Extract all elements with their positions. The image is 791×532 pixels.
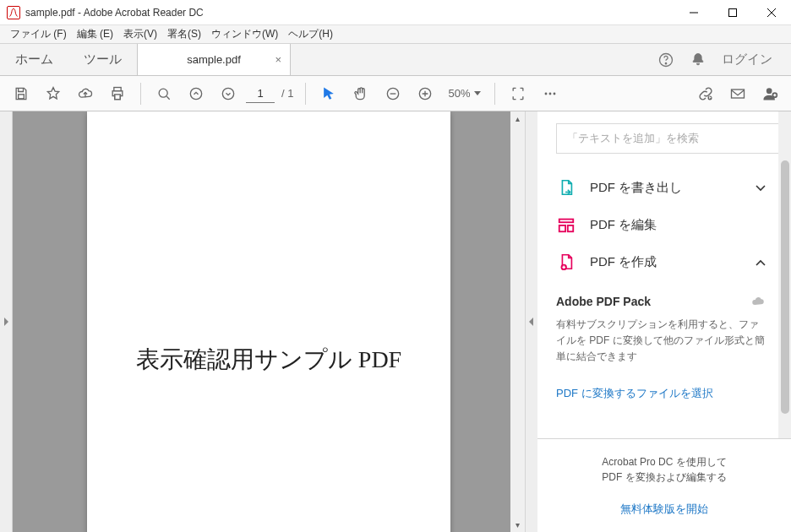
tab-document-label: sample.pdf	[187, 53, 241, 66]
toolbar-email[interactable]	[723, 79, 752, 108]
toolbar-page-down[interactable]	[214, 79, 243, 108]
svg-rect-3	[19, 94, 25, 98]
svg-rect-18	[559, 220, 574, 223]
search-placeholder: 「テキストを追加」を検索	[567, 131, 699, 146]
help-icon[interactable]	[657, 52, 674, 68]
toolbar-page-up[interactable]	[182, 79, 210, 108]
menubar: ファイル (F) 編集 (E) 表示(V) 署名(S) ウィンドウ(W) ヘルプ…	[0, 25, 791, 44]
page-total: / 1	[278, 87, 297, 100]
tab-document[interactable]: sample.pdf ×	[137, 44, 291, 75]
svg-point-12	[548, 92, 551, 95]
titlebar: sample.pdf - Adobe Acrobat Reader DC	[0, 0, 791, 25]
toolbar-zoom-out[interactable]	[379, 79, 407, 108]
login-link[interactable]: ログイン	[722, 52, 772, 68]
bottom-promo: Acrobat Pro DC を使用して PDF を変換および編集する 無料体験…	[537, 438, 791, 532]
menu-window[interactable]: ウィンドウ(W)	[206, 25, 283, 43]
viewer-scrollbar[interactable]: ▴ ▾	[510, 111, 525, 532]
tool-create-pdf[interactable]: PDF を作成	[556, 243, 779, 280]
toolbar-hand[interactable]	[346, 79, 375, 108]
toolbar-print[interactable]	[103, 79, 132, 108]
scrollbar-thumb[interactable]	[781, 160, 789, 414]
tools-search[interactable]: 「テキストを追加」を検索	[556, 123, 779, 154]
tool-label: PDF を編集	[590, 217, 657, 233]
toolbar-link-share[interactable]	[691, 79, 720, 108]
svg-rect-19	[559, 225, 565, 231]
pdf-text: 表示確認用サンプル PDF	[87, 344, 450, 376]
svg-point-13	[553, 92, 555, 95]
pack-desc: 有料サブスクリプションを利用すると、ファイルを PDF に変換して他のファイル形…	[556, 317, 766, 366]
menu-edit[interactable]: 編集 (E)	[72, 25, 118, 43]
toolbar-select[interactable]	[314, 79, 343, 108]
document-viewer[interactable]: 表示確認用サンプル PDF ▴ ▾	[13, 111, 525, 532]
start-trial-link[interactable]: 無料体験版を開始	[554, 502, 774, 517]
toolbar-share-user[interactable]	[756, 79, 784, 108]
svg-rect-20	[568, 225, 573, 231]
svg-rect-15	[732, 90, 745, 98]
maximize-button[interactable]	[713, 0, 752, 25]
menu-sign[interactable]: 署名(S)	[162, 25, 206, 43]
promo-line1: Acrobat Pro DC を使用して	[602, 456, 726, 468]
toolbar-save[interactable]	[7, 79, 35, 108]
left-rail-expand[interactable]	[0, 111, 13, 532]
svg-rect-0	[729, 8, 737, 16]
toolbar-star[interactable]	[39, 79, 68, 108]
promo-line2: PDF を変換および編集する	[602, 471, 726, 483]
close-button[interactable]	[752, 0, 791, 25]
menu-file[interactable]: ファイル (F)	[5, 25, 72, 43]
svg-point-6	[159, 89, 167, 97]
svg-point-7	[190, 88, 201, 99]
tool-edit-pdf[interactable]: PDF を編集	[556, 206, 779, 243]
toolbar-fit[interactable]	[504, 79, 532, 108]
svg-rect-5	[115, 94, 121, 99]
app-icon	[7, 6, 20, 19]
toolbar-overflow[interactable]	[536, 79, 565, 108]
tools-panel: 「テキストを追加」を検索 PDF を書き出し PDF を編集	[537, 111, 791, 532]
toolbar-sep	[494, 83, 495, 105]
main: 表示確認用サンプル PDF ▴ ▾ 「テキストを追加」を検索 PDF を書き出し	[0, 111, 791, 532]
app-tabs: ホーム ツール sample.pdf × ログイン	[0, 44, 791, 76]
page-number-input[interactable]	[246, 84, 275, 103]
bell-icon[interactable]	[690, 52, 706, 68]
toolbar-sep	[305, 83, 306, 105]
toolbar-cloud[interactable]	[71, 79, 100, 108]
export-pdf-icon	[556, 177, 576, 198]
window-controls	[674, 0, 791, 25]
svg-point-2	[665, 62, 666, 63]
chevron-down-icon	[756, 182, 766, 194]
svg-point-16	[766, 88, 772, 94]
scroll-down-icon[interactable]: ▾	[510, 518, 525, 532]
panel-scrollbar[interactable]	[778, 111, 791, 438]
window-title: sample.pdf - Adobe Acrobat Reader DC	[25, 7, 204, 19]
tab-tools[interactable]: ツール	[68, 44, 137, 75]
tab-close-icon[interactable]: ×	[275, 53, 281, 66]
toolbar-sep	[140, 83, 141, 105]
right-rail-collapse[interactable]	[525, 111, 537, 532]
edit-pdf-icon	[556, 214, 576, 235]
toolbar: / 1 50%	[0, 76, 791, 111]
menu-view[interactable]: 表示(V)	[118, 25, 162, 43]
adobe-pdf-pack: Adobe PDF Pack 有料サブスクリプションを利用すると、ファイルを P…	[556, 294, 779, 401]
svg-point-8	[222, 88, 233, 99]
toolbar-search[interactable]	[150, 79, 178, 108]
scroll-up-icon[interactable]: ▴	[510, 111, 525, 126]
zoom-value: 50%	[448, 87, 470, 100]
cloud-icon	[750, 294, 766, 308]
tool-label: PDF を作成	[590, 254, 657, 270]
tool-export-pdf[interactable]: PDF を書き出し	[556, 169, 779, 206]
minimize-button[interactable]	[674, 0, 713, 25]
menu-help[interactable]: ヘルプ(H)	[283, 25, 338, 43]
pack-title: Adobe PDF Pack	[556, 295, 651, 308]
chevron-up-icon	[756, 256, 766, 269]
svg-point-11	[544, 92, 547, 95]
tool-label: PDF を書き出し	[590, 180, 682, 196]
toolbar-zoom-in[interactable]	[411, 79, 439, 108]
pdf-page: 表示確認用サンプル PDF	[87, 111, 450, 532]
pack-select-file-link[interactable]: PDF に変換するファイルを選択	[556, 386, 766, 401]
zoom-dropdown[interactable]: 50%	[443, 87, 485, 100]
tab-home[interactable]: ホーム	[0, 44, 68, 75]
create-pdf-icon	[556, 252, 576, 272]
